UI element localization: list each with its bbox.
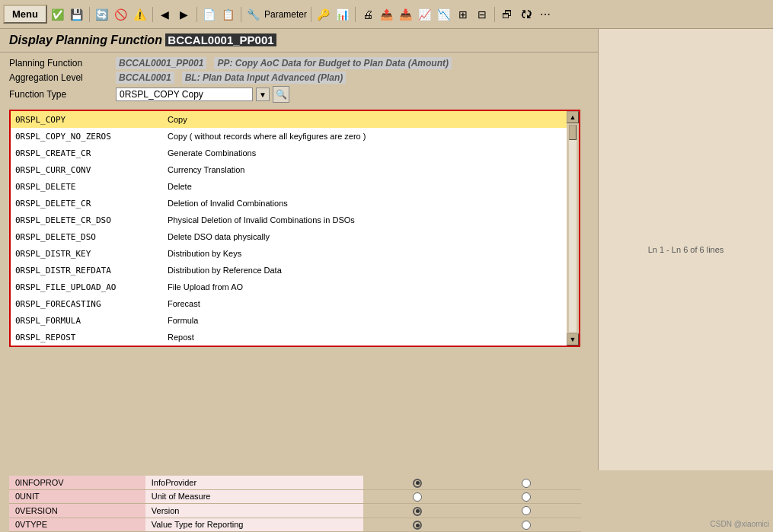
menu-button[interactable]: Menu: [3, 5, 47, 24]
radio-cell-2[interactable]: [472, 476, 581, 489]
chart-icon[interactable]: 📈: [417, 6, 433, 23]
list-item[interactable]: 0RSPL_CURR_CONV Currency Translation: [11, 161, 567, 178]
list-item-desc: Distribution by Keys: [168, 249, 241, 258]
separator-7: [494, 7, 495, 22]
list-item-desc: Repost: [168, 333, 194, 342]
export-icon[interactable]: 📤: [379, 6, 395, 23]
list-item[interactable]: 0RSPL_DISTR_KEY Distribution by Keys: [11, 245, 567, 262]
list-item[interactable]: 0RSPL_DELETE_CR_DSO Physical Deletion of…: [11, 212, 567, 228]
list-item-desc: Distribution by Reference Data: [168, 266, 282, 275]
separator-2: [152, 7, 153, 22]
list-item[interactable]: 0RSPL_CREATE_CR Generate Combinations: [11, 145, 567, 161]
list-item[interactable]: 0RSPL_FILE_UPLOAD_AO File Upload from AO: [11, 279, 567, 295]
back-icon[interactable]: ◀: [157, 6, 174, 23]
stop-icon[interactable]: 🚫: [113, 6, 129, 23]
list-item-desc: Delete: [168, 182, 192, 191]
list-icon[interactable]: 📋: [220, 6, 237, 23]
separator-4: [241, 7, 241, 22]
scroll-grip[interactable]: [569, 125, 577, 140]
window1-icon[interactable]: 🗗: [499, 6, 516, 23]
list-item[interactable]: 0RSPL_COPY Copy: [11, 111, 567, 128]
list-item-desc: Currency Translation: [168, 165, 245, 174]
radio-cell-2[interactable]: [472, 518, 581, 532]
table-row: 0UNIT Unit of Measure: [9, 489, 581, 503]
list-item[interactable]: 0RSPL_DELETE Delete: [11, 178, 567, 195]
function-type-dropdown-btn[interactable]: ▼: [256, 88, 270, 101]
radio-filled[interactable]: [413, 479, 422, 488]
separator-5: [311, 7, 311, 22]
radio-empty[interactable]: [522, 492, 531, 502]
window2-icon[interactable]: 🗘: [518, 6, 535, 23]
parameter-icon[interactable]: 🔧: [245, 6, 262, 23]
list-item[interactable]: 0RSPL_FORECASTING Forecast: [11, 295, 567, 312]
scroll-down-btn[interactable]: ▼: [567, 333, 579, 346]
row-desc: InfoProvider: [145, 476, 363, 489]
forward-icon[interactable]: ▶: [176, 6, 193, 23]
radio-cell-1[interactable]: [363, 489, 472, 503]
print-icon[interactable]: 🖨: [359, 6, 376, 23]
function-type-search-btn[interactable]: 🔍: [273, 86, 289, 103]
radio-cell-1[interactable]: [363, 518, 472, 532]
import-icon[interactable]: 📥: [398, 6, 414, 23]
error-icon[interactable]: ⚠️: [132, 6, 149, 23]
planning-function-desc: PP: Copy AoC Data for Budget to Plan Dat…: [214, 57, 452, 69]
parameter-label[interactable]: Parameter: [264, 9, 307, 20]
radio-empty[interactable]: [522, 479, 531, 488]
tool2-icon[interactable]: 📊: [334, 6, 351, 23]
radio-cell-2[interactable]: [472, 504, 581, 518]
list-item[interactable]: 0RSPL_REPOST Repost: [11, 329, 567, 346]
list-item-code: 0RSPL_DELETE_CR: [15, 199, 168, 209]
function-type-input[interactable]: [116, 88, 253, 101]
list-item[interactable]: 0RSPL_COPY_NO_ZEROS Copy ( without recor…: [11, 128, 567, 145]
list-item-desc: Copy ( without records where all keyfigu…: [168, 132, 366, 141]
radio-filled[interactable]: [413, 507, 422, 516]
scroll-up-btn[interactable]: ▲: [567, 111, 579, 123]
separator-6: [355, 7, 356, 22]
list-item-code: 0RSPL_DISTR_KEY: [15, 249, 168, 259]
save-icon[interactable]: 💾: [69, 6, 85, 23]
table-icon[interactable]: 📉: [436, 6, 452, 23]
list-item-code: 0RSPL_DELETE_CR_DSO: [15, 215, 168, 225]
check-icon[interactable]: ✅: [50, 6, 66, 23]
list-item[interactable]: 0RSPL_FORMULA Formula: [11, 312, 567, 329]
radio-cell-1[interactable]: [363, 476, 472, 489]
list-item-code: 0RSPL_DELETE: [15, 182, 168, 192]
radio-empty[interactable]: [522, 506, 531, 515]
aggregation-level-desc: BL: Plan Data Input Advanced (Plan): [182, 72, 347, 84]
list-item-desc: Generate Combinations: [168, 148, 256, 158]
grid2-icon[interactable]: ⊟: [474, 6, 490, 23]
list-item[interactable]: 0RSPL_DISTR_REFDATA Distribution by Refe…: [11, 262, 567, 279]
radio-empty[interactable]: [413, 492, 422, 502]
row-code: 0VERSION: [9, 504, 145, 518]
page-title: Display Planning Function BCCAL0001_PP00…: [9, 33, 276, 46]
row-code: 0UNIT: [9, 489, 145, 503]
function-type-label: Function Type: [9, 89, 108, 100]
table-row: 0VTYPE Value Type for Reporting: [9, 518, 581, 532]
radio-filled[interactable]: [413, 521, 422, 530]
list-item-code: 0RSPL_DELETE_DSO: [15, 232, 168, 242]
scroll-track: [569, 125, 577, 332]
list-item[interactable]: 0RSPL_DELETE_CR Deletion of Invalid Comb…: [11, 195, 567, 212]
radio-cell-2[interactable]: [472, 489, 581, 503]
list-item-desc: File Upload from AO: [168, 282, 243, 291]
tool1-icon[interactable]: 🔑: [315, 6, 332, 23]
aggregation-level-value: BCCAL0001: [116, 72, 174, 84]
more-icon[interactable]: ⋯: [537, 6, 554, 23]
radio-cell-1[interactable]: [363, 504, 472, 518]
list-item-code: 0RSPL_CURR_CONV: [15, 165, 168, 175]
separator-3: [196, 7, 197, 22]
page-icon[interactable]: 📄: [201, 6, 218, 23]
list-item-code: 0RSPL_FORECASTING: [15, 299, 168, 309]
watermark: CSDN @xiaomici: [711, 520, 769, 528]
table-row: 0INFOPROV InfoProvider: [9, 476, 581, 489]
radio-empty[interactable]: [522, 521, 531, 530]
grid1-icon[interactable]: ⊞: [455, 6, 471, 23]
list-item-code: 0RSPL_COPY: [15, 115, 168, 125]
row-code: 0INFOPROV: [9, 476, 145, 489]
list-item-code: 0RSPL_FORMULA: [15, 316, 168, 326]
list-item-code: 0RSPL_DISTR_REFDATA: [15, 266, 168, 276]
list-item[interactable]: 0RSPL_DELETE_DSO Delete DSO data physica…: [11, 228, 567, 245]
aggregation-level-label: Aggregation Level: [9, 72, 108, 83]
refresh-icon[interactable]: 🔄: [94, 6, 110, 23]
planning-function-value: BCCAL0001_PP001: [116, 57, 206, 69]
